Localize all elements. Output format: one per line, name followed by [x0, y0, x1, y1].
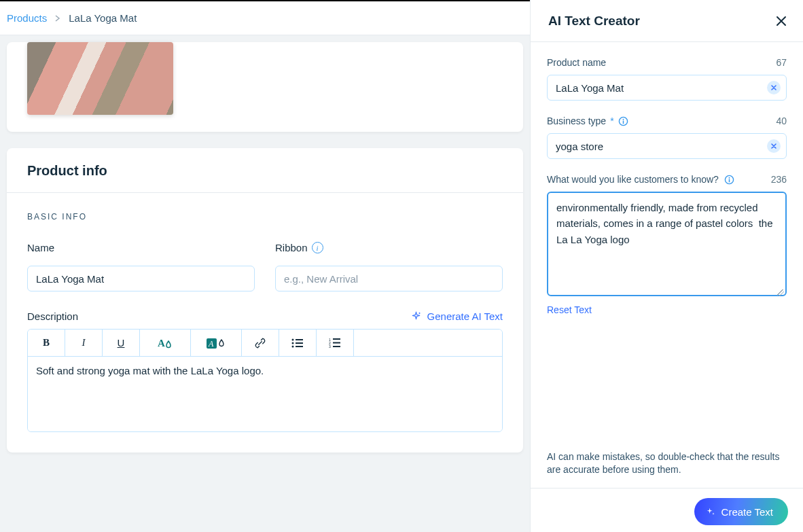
generate-ai-text-button[interactable]: Generate AI Text — [410, 311, 503, 322]
clear-product-name-button[interactable] — [767, 81, 781, 94]
business-type-input[interactable] — [548, 134, 786, 158]
product-name-label: Product name — [547, 57, 606, 68]
clear-business-type-button[interactable] — [767, 139, 781, 153]
svg-point-7 — [292, 345, 294, 347]
clear-icon — [771, 143, 777, 149]
description-textarea[interactable]: Soft and strong yoga mat with the LaLa Y… — [28, 357, 502, 431]
info-icon[interactable] — [724, 175, 734, 185]
breadcrumb-current: LaLa Yoga Mat — [69, 12, 137, 24]
know-label: What would you like customers to know? — [547, 174, 734, 185]
svg-text:A: A — [158, 338, 165, 349]
product-name-counter: 67 — [776, 57, 787, 68]
name-input[interactable] — [27, 266, 255, 291]
product-name-input[interactable] — [548, 75, 786, 100]
description-editor: B I U A — [27, 329, 503, 432]
svg-text:3: 3 — [329, 344, 331, 349]
clear-icon — [771, 85, 777, 90]
main-column: Products LaLa Yoga Mat Product info BASI… — [0, 0, 530, 532]
product-image-card — [7, 42, 523, 132]
know-textarea[interactable] — [547, 192, 787, 296]
business-type-label: Business type * — [547, 116, 628, 126]
svg-point-19 — [728, 177, 730, 178]
product-info-card: Product info BASIC INFO Name Ribbon i — [7, 148, 523, 453]
toolbar-spacer — [354, 330, 502, 356]
svg-text:A: A — [208, 339, 214, 349]
ribbon-label: Ribbon i — [275, 242, 503, 253]
create-text-button[interactable]: Create Text — [694, 498, 788, 525]
info-icon[interactable]: i — [312, 242, 323, 253]
required-asterisk: * — [610, 116, 613, 126]
top-bar: Products LaLa Yoga Mat — [0, 0, 530, 35]
svg-rect-4 — [296, 339, 303, 340]
italic-button[interactable]: I — [65, 330, 103, 356]
reset-text-link[interactable]: Reset Text — [547, 304, 787, 315]
product-image[interactable] — [27, 42, 173, 115]
know-counter: 236 — [771, 174, 787, 185]
svg-rect-10 — [333, 338, 340, 340]
chevron-right-icon — [55, 15, 60, 22]
highlight-icon: A — [206, 337, 226, 349]
numbered-list-icon: 1 2 3 — [329, 338, 341, 349]
close-button[interactable] — [773, 13, 789, 29]
breadcrumb-root-link[interactable]: Products — [7, 12, 47, 24]
card-title: Product info — [7, 148, 523, 193]
business-type-counter: 40 — [776, 116, 787, 126]
bold-button[interactable]: B — [28, 330, 65, 356]
svg-rect-20 — [729, 179, 730, 182]
text-color-icon: A — [156, 337, 174, 349]
numbered-list-button[interactable]: 1 2 3 — [317, 330, 354, 356]
text-color-button[interactable]: A — [140, 330, 191, 356]
highlight-button[interactable]: A — [191, 330, 242, 356]
description-label: Description — [27, 311, 78, 322]
svg-rect-12 — [333, 342, 340, 343]
link-button[interactable] — [242, 330, 279, 356]
svg-point-16 — [622, 118, 624, 120]
svg-point-5 — [292, 342, 294, 344]
section-label-basic-info: BASIC INFO — [27, 212, 503, 221]
breadcrumb: Products LaLa Yoga Mat — [7, 12, 137, 24]
bullet-list-button[interactable] — [279, 330, 317, 356]
info-icon[interactable] — [618, 116, 628, 126]
underline-button[interactable]: U — [103, 330, 140, 356]
sparkle-icon — [705, 506, 716, 517]
svg-rect-14 — [333, 346, 340, 347]
link-icon — [254, 337, 266, 349]
ai-text-creator-panel: AI Text Creator Product name 67 — [530, 0, 803, 532]
svg-rect-8 — [296, 346, 303, 347]
svg-rect-17 — [622, 120, 624, 124]
name-label: Name — [27, 242, 255, 253]
bullet-list-icon — [291, 338, 304, 349]
close-icon — [776, 16, 787, 26]
editor-toolbar: B I U A — [28, 330, 502, 357]
svg-rect-6 — [296, 342, 303, 344]
ribbon-input[interactable] — [275, 266, 503, 291]
ai-disclaimer: AI can make mistakes, so double-check th… — [531, 450, 803, 489]
sparkle-icon — [410, 311, 422, 322]
svg-point-3 — [292, 338, 294, 340]
panel-title: AI Text Creator — [548, 14, 640, 29]
